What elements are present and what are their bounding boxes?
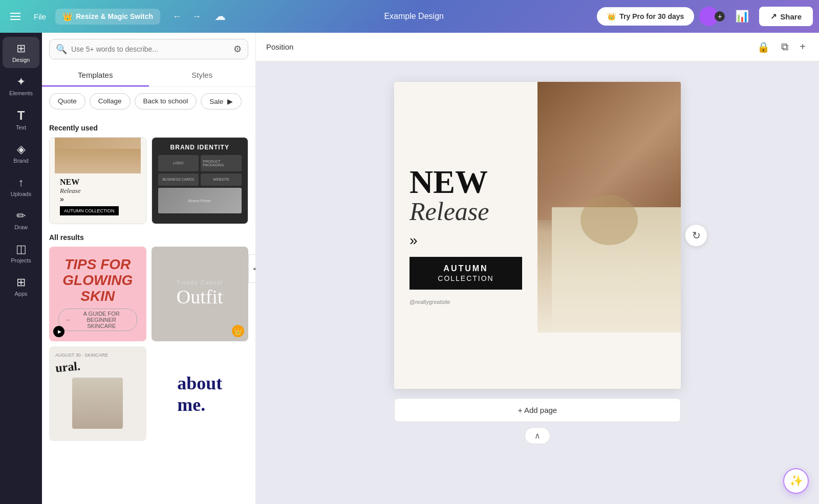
filter-icon[interactable]: ⚙: [233, 43, 242, 55]
redo-button[interactable]: →: [188, 8, 205, 25]
filter-chips: Quote Collage Back to school Sale ▶: [42, 87, 255, 116]
topbar: File 👑 Resize & Magic Switch ← → ☁ Examp…: [0, 0, 819, 33]
analytics-icon[interactable]: 📊: [730, 7, 754, 26]
tmpl2-photo: Brand Photo: [158, 188, 242, 213]
add-icon-button[interactable]: +: [796, 38, 809, 56]
sidebar-item-design[interactable]: ⊞ Design: [3, 37, 39, 68]
gray-card-content: Trendy Casual Outfit: [177, 280, 223, 308]
pink-card-title: TIPS FOR GLOWING SKIN: [58, 257, 137, 304]
panel-tabs: Templates Styles: [42, 64, 255, 87]
refresh-button[interactable]: ↻: [685, 224, 707, 247]
content-card-3: AUGUST 30 · SKINCARE ural.: [49, 346, 146, 441]
result-thumb-outfit[interactable]: Trendy Casual Outfit 👑: [152, 247, 249, 341]
sidebar-item-brand[interactable]: ◈ Brand: [3, 138, 39, 169]
search-input[interactable]: [71, 45, 229, 53]
tmpl1-arrows: »: [60, 195, 136, 203]
recently-used-grid: NEW Release » AUTUMN COLLECTION BRAND ID…: [49, 137, 248, 224]
chip-back-to-school[interactable]: Back to school: [135, 93, 197, 109]
sidebar-item-elements[interactable]: ✦ Elements: [3, 70, 39, 101]
tab-templates[interactable]: Templates: [42, 64, 149, 86]
design-arrows: »: [410, 232, 522, 249]
pink-card-subtitle: → A GUIDE FOR BEGINNER SKINCARE: [58, 309, 137, 331]
design-title-new: NEW: [410, 166, 522, 199]
cloud-save-button[interactable]: ☁: [209, 7, 231, 26]
canvas-scroll[interactable]: NEW Release » AUTUMN COLLECTION @reallyg…: [256, 61, 819, 504]
result-thumb-tips[interactable]: TIPS FOR GLOWING SKIN → A GUIDE FOR BEGI…: [49, 247, 146, 341]
sidebar: ⊞ Design ✦ Elements T Text ◈ Brand ↑ Upl…: [0, 33, 42, 504]
magic-switch-button[interactable]: 👑 Resize & Magic Switch: [55, 9, 160, 25]
chip-sale[interactable]: Sale ▶: [201, 93, 242, 109]
tmpl2-cell-website: WEBSITE: [201, 173, 242, 186]
tmpl1-release-text: Release: [60, 187, 136, 195]
canvas-wrapper: NEW Release » AUTUMN COLLECTION @reallyg…: [394, 82, 681, 389]
template-thumb-brand-identity[interactable]: BRAND IDENTITY LOGO PRODUCT PACKAGING BU…: [152, 137, 249, 224]
draw-icon: ✏: [16, 209, 26, 223]
sidebar-item-text[interactable]: T Text: [3, 103, 39, 136]
collapse-bar: ∧: [394, 427, 681, 444]
gray-card-title: Outfit: [177, 286, 223, 308]
play-icon: [53, 326, 64, 337]
topbar-right-actions: 👑 Try Pro for 30 days + 📊 ↗ Share: [597, 7, 813, 26]
hide-panel-button[interactable]: ◀: [248, 254, 256, 283]
share-button[interactable]: ↗ Share: [759, 7, 813, 26]
magic-bottom-button[interactable]: ✨: [783, 468, 809, 494]
sidebar-item-draw[interactable]: ✏ Draw: [3, 204, 39, 235]
gray-card-brand: Trendy Casual: [177, 280, 223, 286]
toolbar-icons-right: 🔒 ⧉ +: [754, 38, 809, 56]
all-results-grid: TIPS FOR GLOWING SKIN → A GUIDE FOR BEGI…: [49, 247, 248, 441]
content-card-3-image: [55, 371, 140, 435]
projects-icon: ◫: [16, 243, 27, 256]
search-icon: 🔍: [56, 43, 67, 55]
tmpl2-cell-cards: BUSINESS CARDS: [158, 173, 199, 186]
content-card-4-text: aboutme.: [177, 372, 222, 415]
main-layout: ⊞ Design ✦ Elements T Text ◈ Brand ↑ Upl…: [0, 33, 819, 504]
add-collaborator-button[interactable]: +: [715, 11, 725, 21]
all-results-title: All results: [49, 233, 248, 242]
brand-icon: ◈: [17, 143, 26, 156]
tmpl2-title: BRAND IDENTITY: [158, 144, 242, 151]
recently-used-title: Recently used: [49, 124, 248, 132]
undo-redo-group: ← →: [168, 8, 205, 25]
pink-card: TIPS FOR GLOWING SKIN → A GUIDE FOR BEGI…: [49, 247, 146, 341]
tmpl1-new-text: NEW: [60, 178, 136, 187]
elements-icon: ✦: [16, 75, 26, 89]
menu-button[interactable]: [6, 9, 25, 24]
result-thumb-aboutme[interactable]: aboutme.: [152, 346, 249, 441]
uploads-icon: ↑: [18, 176, 24, 189]
sidebar-item-uploads[interactable]: ↑ Uploads: [3, 171, 39, 202]
canvas-area: Position 🔒 ⧉ + NEW Release » AUTUM: [256, 33, 819, 504]
chip-more-icon: ▶: [227, 98, 233, 105]
lock-icon-button[interactable]: 🔒: [754, 38, 773, 56]
position-label: Position: [266, 42, 293, 51]
text-icon: T: [17, 108, 25, 123]
try-pro-button[interactable]: 👑 Try Pro for 30 days: [597, 7, 694, 26]
tmpl2-grid: LOGO PRODUCT PACKAGING BUSINESS CARDS WE…: [158, 155, 242, 218]
design-badge: AUTUMN COLLECTION: [410, 257, 522, 290]
chip-collage[interactable]: Collage: [90, 93, 131, 109]
collapse-button[interactable]: ∧: [525, 427, 550, 444]
panel-content: Recently used NEW Release » AUTUMN COLLE…: [42, 116, 255, 504]
chip-quote[interactable]: Quote: [49, 93, 85, 109]
design-card[interactable]: NEW Release » AUTUMN COLLECTION @reallyg…: [394, 82, 681, 389]
tmpl2-cell-packaging: PRODUCT PACKAGING: [201, 155, 242, 171]
apps-icon: ⊞: [16, 276, 26, 289]
design-right: [537, 82, 681, 389]
design-left: NEW Release » AUTUMN COLLECTION @reallyg…: [394, 82, 537, 389]
premium-badge: 👑: [232, 325, 244, 337]
position-toolbar: Position 🔒 ⧉ +: [256, 33, 819, 61]
sidebar-item-apps[interactable]: ⊞ Apps: [3, 271, 39, 302]
design-icon: ⊞: [16, 42, 26, 55]
tab-styles[interactable]: Styles: [149, 64, 256, 86]
add-page-button[interactable]: + Add page: [394, 398, 681, 422]
document-title[interactable]: Example Design: [235, 12, 593, 21]
person-image: [537, 82, 681, 333]
file-menu-button[interactable]: File: [29, 9, 51, 24]
result-thumb-skincare[interactable]: AUGUST 30 · SKINCARE ural.: [49, 346, 146, 441]
tmpl1-badge: AUTUMN COLLECTION: [60, 206, 119, 215]
sidebar-item-projects[interactable]: ◫ Projects: [3, 237, 39, 269]
content-card-4: aboutme.: [152, 346, 249, 441]
template-thumb-new-release[interactable]: NEW Release » AUTUMN COLLECTION: [49, 137, 146, 224]
design-handle: @reallygreatsite: [410, 299, 522, 305]
undo-button[interactable]: ←: [168, 8, 186, 25]
duplicate-icon-button[interactable]: ⧉: [778, 38, 791, 56]
